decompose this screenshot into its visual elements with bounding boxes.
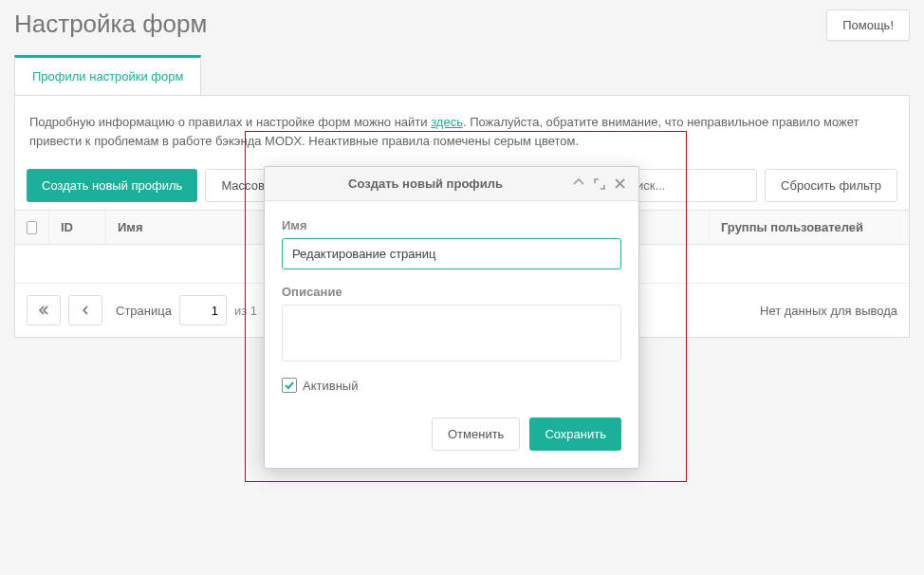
tab-profiles[interactable]: Профили настройки форм	[14, 55, 201, 95]
info-before: Подробную информацию о правилах и настро…	[29, 115, 431, 129]
save-button[interactable]: Сохранить	[529, 417, 621, 451]
expand-icon[interactable]	[594, 178, 605, 190]
name-input[interactable]	[282, 238, 621, 269]
info-text: Подробную информацию о правилах и настро…	[15, 96, 909, 161]
chevron-double-left-icon	[38, 305, 49, 316]
name-label: Имя	[282, 218, 621, 232]
search-input[interactable]	[624, 169, 757, 202]
modal-footer: Отменить Сохранить	[265, 402, 638, 468]
checkbox-icon	[27, 221, 37, 234]
collapse-icon[interactable]	[573, 178, 584, 190]
active-label: Активный	[303, 379, 358, 393]
create-profile-button[interactable]: Создать новый профиль	[27, 169, 197, 202]
close-icon[interactable]	[615, 178, 625, 190]
pager-first-button[interactable]	[27, 295, 61, 325]
modal-body: Имя Описание Активный	[265, 201, 638, 402]
description-input[interactable]	[282, 305, 621, 362]
pager-empty: Нет данных для вывода	[760, 304, 897, 318]
column-checkbox[interactable]	[15, 211, 49, 244]
pager-of: из 1	[234, 304, 257, 318]
page-title: Настройка форм	[14, 9, 207, 39]
checkbox-checked-icon	[282, 378, 297, 393]
column-groups[interactable]: Группы пользователей	[710, 211, 909, 244]
pager-prev-button[interactable]	[68, 295, 102, 325]
tabs: Профили настройки форм	[14, 55, 910, 96]
help-button[interactable]: Помощь!	[826, 9, 910, 41]
column-id[interactable]: ID	[49, 211, 106, 244]
cancel-button[interactable]: Отменить	[432, 417, 520, 451]
modal: Создать новый профиль Имя Описание Актив…	[264, 166, 639, 469]
modal-header: Создать новый профиль	[265, 167, 638, 201]
pager-page-label: Страница	[116, 304, 172, 318]
modal-title: Создать новый профиль	[278, 176, 573, 191]
description-label: Описание	[282, 285, 621, 299]
reset-filter-button[interactable]: Сбросить фильтр	[765, 169, 897, 202]
info-link[interactable]: здесь	[431, 115, 463, 129]
chevron-left-icon	[81, 305, 90, 316]
pager-page-input[interactable]	[179, 295, 227, 325]
active-checkbox-row[interactable]: Активный	[282, 378, 621, 393]
